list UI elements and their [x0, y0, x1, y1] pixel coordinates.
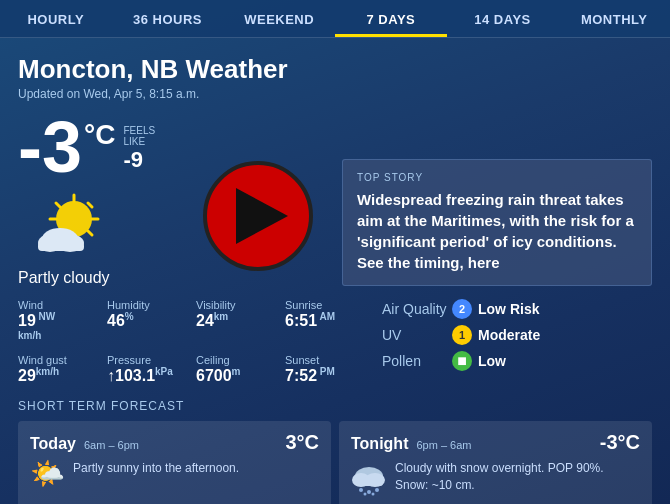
sunset-stat: Sunset 7:52 PM	[285, 354, 358, 385]
uv-badge: 1	[452, 325, 472, 345]
tab-14days[interactable]: 14 DAYS	[447, 0, 559, 37]
humidity-stat: Humidity 46%	[107, 299, 180, 350]
pressure-stat: Pressure ↑103.1kPa	[107, 354, 180, 385]
forecast-desc-today: Partly sunny into the afternoon.	[73, 460, 239, 477]
temperature-value: -3	[18, 111, 82, 183]
air-quality-value: Low Risk	[478, 301, 539, 317]
navigation-bar: HOURLY 36 HOURS WEEKEND 7 DAYS 14 DAYS M…	[0, 0, 670, 38]
ceiling-stat: Ceiling 6700m	[196, 354, 269, 385]
tab-7days[interactable]: 7 DAYS	[335, 0, 447, 37]
alert-arrow-button[interactable]	[203, 161, 313, 271]
forecast-temp-tonight: -3°C	[600, 431, 640, 454]
main-content: Moncton, NB Weather Updated on Wed, Apr …	[0, 38, 670, 504]
forecast-desc-tonight: Cloudy with snow overnight. POP 90%. Sno…	[395, 460, 640, 494]
tab-weekend[interactable]: WEEKEND	[223, 0, 335, 37]
visibility-stat: Visibility 24km	[196, 299, 269, 350]
tab-hourly[interactable]: HOURLY	[0, 0, 112, 37]
forecast-temp-today: 3°C	[285, 431, 319, 454]
tab-monthly[interactable]: MONTHLY	[558, 0, 670, 37]
stats-section: Wind 19 NWkm/h Humidity 46% Visibility 2…	[18, 299, 652, 385]
svg-point-21	[372, 492, 375, 495]
indices-section: Air Quality 2 Low Risk UV 1 Moderate Pol…	[372, 299, 652, 385]
pollen-row: Pollen ■ Low	[382, 351, 652, 371]
forecast-icon-tonight	[351, 460, 387, 501]
top-story-label: TOP STORY	[357, 172, 637, 183]
weather-stats-left: Wind 19 NWkm/h Humidity 46% Visibility 2…	[18, 299, 358, 385]
pollen-badge: ■	[452, 351, 472, 371]
svg-point-17	[359, 488, 363, 492]
top-story-panel[interactable]: TOP STORY Widespread freezing rain threa…	[342, 159, 652, 286]
weather-condition-icon	[28, 187, 108, 267]
condition-text: Partly cloudy	[18, 269, 178, 287]
uv-row: UV 1 Moderate	[382, 325, 652, 345]
svg-point-18	[367, 490, 371, 494]
wind-stat: Wind 19 NWkm/h	[18, 299, 91, 350]
forecast-time-tonight: 6pm – 6am	[416, 439, 471, 451]
svg-line-8	[88, 203, 92, 207]
feels-like-area: FEELSLIKE -9	[123, 125, 155, 173]
forecast-icon-today: 🌤️	[30, 460, 65, 488]
temperature-unit: °C	[84, 119, 115, 151]
sunrise-stat: Sunrise 6:51 AM	[285, 299, 358, 350]
sun-cloud-svg	[32, 191, 104, 263]
svg-line-6	[88, 231, 92, 235]
forecast-period-tonight: Tonight	[351, 435, 408, 453]
city-title: Moncton, NB Weather	[18, 54, 652, 85]
forecast-card-tonight: Tonight 6pm – 6am -3°C	[339, 421, 652, 504]
short-term-label: SHORT TERM FORECAST	[18, 399, 652, 413]
pollen-value: Low	[478, 353, 506, 369]
svg-line-5	[56, 203, 60, 207]
svg-point-19	[375, 488, 379, 492]
short-term-forecast: SHORT TERM FORECAST Today 6am – 6pm 3°C …	[18, 399, 652, 504]
tab-36hours[interactable]: 36 HOURS	[112, 0, 224, 37]
air-quality-badge: 2	[452, 299, 472, 319]
forecast-period-today: Today	[30, 435, 76, 453]
updated-time: Updated on Wed, Apr 5, 8:15 a.m.	[18, 87, 652, 101]
svg-rect-16	[355, 479, 383, 486]
feels-like-label: FEELSLIKE	[123, 125, 155, 147]
feels-like-value: -9	[123, 147, 155, 173]
wind-gust-stat: Wind gust 29km/h	[18, 354, 91, 385]
forecast-card-today: Today 6am – 6pm 3°C 🌤️ Partly sunny into…	[18, 421, 331, 504]
top-story-text: Widespread freezing rain threat takes ai…	[357, 189, 637, 273]
air-quality-row: Air Quality 2 Low Risk	[382, 299, 652, 319]
forecast-cards: Today 6am – 6pm 3°C 🌤️ Partly sunny into…	[18, 421, 652, 504]
uv-value: Moderate	[478, 327, 540, 343]
svg-point-20	[364, 492, 367, 495]
arrow-right-icon	[236, 188, 288, 244]
svg-rect-12	[38, 242, 84, 251]
forecast-time-today: 6am – 6pm	[84, 439, 139, 451]
temperature-area: -3 °C FEELSLIKE -9	[18, 111, 178, 287]
